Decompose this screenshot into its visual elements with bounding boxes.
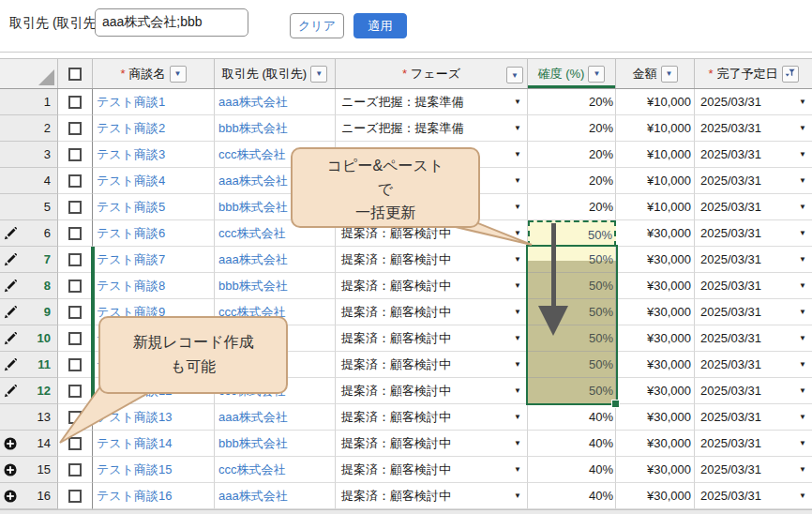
date-cell[interactable]: 2025/03/31 ▼	[695, 299, 812, 325]
add-record-icon[interactable]	[4, 437, 17, 450]
amount-cell[interactable]: ¥30,000	[616, 431, 695, 457]
probability-cell[interactable]: 40%	[528, 431, 616, 457]
customer-link[interactable]: bbb株式会社	[218, 435, 288, 452]
select-all-corner[interactable]	[0, 59, 58, 88]
add-record-icon[interactable]	[4, 463, 17, 476]
date-cell[interactable]: 2025/03/31 ▼	[695, 325, 812, 352]
row-number-cell[interactable]: 16	[0, 483, 58, 509]
customer-link[interactable]: aaa株式会社	[218, 409, 288, 426]
customer-link[interactable]: ccc株式会社	[218, 461, 286, 478]
phase-cell[interactable]: 提案済：顧客検討中 ▼	[336, 325, 528, 352]
deal-name-link[interactable]: テスト商談16	[97, 488, 172, 505]
dropdown-arrow-icon[interactable]: ▼	[514, 360, 521, 369]
deal-name-link[interactable]: テスト商談3	[97, 146, 165, 163]
phase-cell[interactable]: ニーズ把握：提案準備 ▼	[336, 89, 528, 115]
dropdown-arrow-icon[interactable]: ▼	[799, 465, 806, 474]
customer-link[interactable]: bbb株式会社	[218, 278, 288, 295]
date-cell[interactable]: 2025/03/31 ▼	[695, 457, 812, 483]
dropdown-arrow-icon[interactable]: ▼	[799, 439, 806, 447]
phase-cell[interactable]: 提案済：顧客検討中 ▼	[336, 457, 528, 483]
row-checkbox[interactable]	[68, 358, 82, 371]
row-number-cell[interactable]: 11	[0, 352, 58, 378]
row-number-cell[interactable]: 2	[0, 115, 58, 142]
phase-cell[interactable]: 提案済：顧客検討中 ▼	[336, 247, 528, 273]
dropdown-arrow-icon[interactable]: ▼	[799, 255, 806, 264]
column-header-customer[interactable]: 取引先 (取引先) ▼	[215, 59, 336, 88]
date-cell[interactable]: 2025/03/31 ▼	[695, 483, 812, 509]
column-dropdown-button[interactable]: ▼	[170, 66, 187, 83]
row-number-cell[interactable]: 7	[0, 247, 58, 273]
dropdown-arrow-icon[interactable]: ▼	[799, 413, 806, 421]
date-cell[interactable]: 2025/03/31 ▼	[695, 378, 812, 404]
date-cell[interactable]: 2025/03/31 ▼	[695, 89, 812, 115]
edit-pencil-icon[interactable]	[4, 358, 17, 371]
phase-cell[interactable]: 提案済：顧客検討中 ▼	[336, 273, 528, 299]
row-number-cell[interactable]: 3	[0, 142, 58, 168]
phase-cell[interactable]: 提案済：顧客検討中 ▼	[336, 378, 528, 404]
phase-cell[interactable]: 提案済：顧客検討中 ▼	[336, 483, 528, 509]
column-dropdown-button[interactable]: ▼	[588, 66, 605, 83]
column-dropdown-button[interactable]: ▼	[661, 66, 678, 83]
amount-cell[interactable]: ¥30,000	[616, 457, 695, 483]
dropdown-arrow-icon[interactable]: ▼	[799, 150, 806, 159]
phase-cell[interactable]: ニーズ把握：提案準備 ▼	[336, 115, 528, 142]
amount-cell[interactable]: ¥30,000	[616, 325, 695, 352]
select-all-checkbox[interactable]	[68, 68, 82, 81]
probability-cell[interactable]: 40%	[528, 457, 616, 483]
phase-cell[interactable]: 提案済：顧客検討中 ▼	[336, 352, 528, 378]
edit-pencil-icon[interactable]	[4, 280, 17, 293]
dropdown-arrow-icon[interactable]: ▼	[799, 360, 806, 369]
row-number-cell[interactable]: 8	[0, 273, 58, 299]
amount-cell[interactable]: ¥30,000	[616, 273, 695, 299]
row-checkbox[interactable]	[68, 148, 82, 161]
probability-cell[interactable]: 40%	[528, 404, 616, 431]
row-checkbox[interactable]	[68, 463, 82, 476]
dropdown-arrow-icon[interactable]: ▼	[514, 98, 521, 106]
row-checkbox[interactable]	[68, 174, 82, 188]
amount-cell[interactable]: ¥30,000	[616, 220, 695, 247]
amount-cell[interactable]: ¥10,000	[616, 142, 695, 168]
customer-link[interactable]: ccc株式会社	[218, 146, 286, 163]
customer-link[interactable]: aaa株式会社	[218, 488, 288, 505]
deal-name-link[interactable]: テスト商談8	[97, 278, 165, 295]
amount-cell[interactable]: ¥10,000	[616, 89, 695, 115]
deal-name-link[interactable]: テスト商談6	[97, 225, 165, 242]
customer-link[interactable]: bbb株式会社	[218, 120, 288, 137]
probability-cell[interactable]: 20%	[528, 89, 616, 115]
row-checkbox[interactable]	[68, 96, 82, 109]
date-cell[interactable]: 2025/03/31 ▼	[695, 168, 812, 194]
deal-name-link[interactable]: テスト商談4	[97, 173, 165, 189]
dropdown-arrow-icon[interactable]: ▼	[514, 203, 521, 211]
deal-name-link[interactable]: テスト商談2	[97, 120, 165, 137]
date-cell[interactable]: 2025/03/31 ▼	[695, 220, 812, 247]
amount-cell[interactable]: ¥30,000	[616, 299, 695, 325]
row-checkbox[interactable]	[68, 490, 82, 503]
probability-cell[interactable]: 40%	[528, 483, 616, 509]
edit-pencil-icon[interactable]	[4, 306, 17, 319]
dropdown-arrow-icon[interactable]: ▼	[799, 334, 806, 342]
row-checkbox[interactable]	[68, 227, 82, 240]
dropdown-arrow-icon[interactable]: ▼	[514, 150, 521, 159]
add-record-icon[interactable]	[4, 490, 17, 503]
row-number-cell[interactable]: 9	[0, 299, 58, 325]
date-cell[interactable]: 2025/03/31 ▼	[695, 273, 812, 299]
edit-pencil-icon[interactable]	[4, 227, 17, 240]
probability-cell[interactable]: 20%	[528, 194, 616, 220]
edit-pencil-icon[interactable]	[4, 253, 17, 266]
probability-cell[interactable]: 20%	[528, 168, 616, 194]
probability-cell[interactable]: 20%	[528, 142, 616, 168]
dropdown-arrow-icon[interactable]: ▼	[514, 491, 521, 500]
phase-cell[interactable]: 提案済：顧客検討中 ▼	[336, 299, 528, 325]
dropdown-arrow-icon[interactable]: ▼	[514, 439, 521, 447]
row-number-cell[interactable]: 6	[0, 220, 58, 247]
dropdown-arrow-icon[interactable]: ▼	[799, 176, 806, 185]
deal-name-link[interactable]: テスト商談1	[97, 94, 165, 111]
fill-handle[interactable]	[611, 400, 620, 408]
clear-button[interactable]: クリア	[290, 13, 344, 38]
customer-link[interactable]: aaa株式会社	[218, 94, 288, 111]
date-cell[interactable]: 2025/03/31 ▼	[695, 431, 812, 457]
amount-cell[interactable]: ¥10,000	[616, 194, 695, 220]
deal-name-link[interactable]: テスト商談5	[97, 199, 165, 216]
dropdown-arrow-icon[interactable]: ▼	[514, 413, 521, 421]
dropdown-arrow-icon[interactable]: ▼	[799, 98, 806, 106]
